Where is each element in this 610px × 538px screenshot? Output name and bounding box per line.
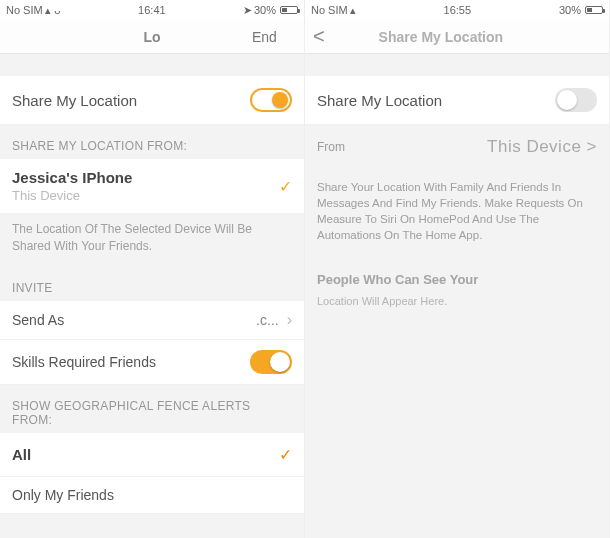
alerts-all-row[interactable]: All ✓ bbox=[0, 433, 304, 477]
battery-icon bbox=[585, 6, 603, 14]
nav-title: Share My Location bbox=[325, 29, 557, 45]
battery-text: 30% bbox=[559, 4, 581, 16]
check-icon: ✓ bbox=[279, 177, 292, 196]
status-bar: No SIM ▴︎ ᴗ 16:41 ➤ 30% bbox=[0, 0, 304, 20]
alerts-only-label: Only My Friends bbox=[12, 487, 292, 503]
share-desc: Share Your Location With Family And Frie… bbox=[305, 169, 609, 253]
battery-icon bbox=[280, 6, 298, 14]
nav-bar: < Share My Location bbox=[305, 20, 609, 54]
share-location-toggle[interactable] bbox=[250, 88, 292, 112]
spacer bbox=[0, 54, 304, 76]
nav-title: Lo bbox=[52, 29, 252, 45]
share-location-row[interactable]: Share My Location bbox=[0, 76, 304, 125]
nav-end-button[interactable]: End bbox=[252, 29, 296, 45]
clock-text: 16:55 bbox=[360, 4, 555, 16]
spacer bbox=[305, 54, 609, 76]
chevron-right-icon: › bbox=[287, 311, 292, 329]
nav-bar: Lo End bbox=[0, 20, 304, 54]
carrier-text: No SIM bbox=[6, 4, 43, 16]
wifi-icon: ▴︎ ᴗ bbox=[45, 4, 61, 17]
share-location-label: Share My Location bbox=[12, 92, 250, 109]
from-row[interactable]: From This Device > bbox=[305, 125, 609, 169]
from-desc: The Location Of The Selected Device Will… bbox=[0, 213, 304, 267]
send-as-row[interactable]: Send As .c... › bbox=[0, 301, 304, 340]
device-row[interactable]: Jessica's IPhone This Device ✓ bbox=[0, 159, 304, 213]
clock-text: 16:41 bbox=[65, 4, 239, 16]
toggle-knob bbox=[272, 92, 288, 108]
share-location-row[interactable]: Share My Location bbox=[305, 76, 609, 125]
right-phone: No SIM ▴︎ 16:55 30% < Share My Location … bbox=[305, 0, 610, 538]
left-phone: No SIM ▴︎ ᴗ 16:41 ➤ 30% Lo End Share My … bbox=[0, 0, 305, 538]
battery-text: 30% bbox=[254, 4, 276, 16]
from-value: This Device > bbox=[353, 137, 597, 157]
device-sub: This Device bbox=[12, 188, 132, 203]
people-section: People Who Can See Your Location Will Ap… bbox=[305, 253, 609, 319]
device-name: Jessica's IPhone bbox=[12, 169, 132, 186]
send-as-value: .c... bbox=[256, 312, 279, 328]
invite-header: INVITE bbox=[0, 267, 304, 301]
toggle-knob bbox=[270, 352, 290, 372]
carrier-text: No SIM bbox=[311, 4, 348, 16]
skills-friends-toggle[interactable] bbox=[250, 350, 292, 374]
toggle-knob bbox=[557, 90, 577, 110]
send-as-label: Send As bbox=[12, 312, 256, 328]
people-title: People Who Can See Your bbox=[317, 271, 597, 289]
status-bar: No SIM ▴︎ 16:55 30% bbox=[305, 0, 609, 20]
alerts-only-row[interactable]: Only My Friends bbox=[0, 477, 304, 514]
battery-fill bbox=[587, 8, 592, 12]
wifi-icon: ▴︎ bbox=[350, 4, 356, 17]
battery-fill bbox=[282, 8, 287, 12]
share-location-toggle[interactable] bbox=[555, 88, 597, 112]
nav-back-button[interactable]: < bbox=[313, 25, 325, 48]
from-label: From bbox=[317, 140, 345, 154]
location-icon: ➤ bbox=[243, 4, 252, 17]
share-location-label: Share My Location bbox=[317, 92, 555, 109]
from-header: SHARE MY LOCATION FROM: bbox=[0, 125, 304, 159]
check-icon: ✓ bbox=[279, 445, 292, 464]
skills-friends-row[interactable]: Skills Required Friends bbox=[0, 340, 304, 385]
people-sub: Location Will Appear Here. bbox=[317, 294, 597, 309]
alerts-all-label: All bbox=[12, 446, 279, 463]
skills-friends-label: Skills Required Friends bbox=[12, 354, 250, 370]
alerts-header: SHOW GEOGRAPHICAL FENCE ALERTS FROM: bbox=[0, 385, 304, 433]
